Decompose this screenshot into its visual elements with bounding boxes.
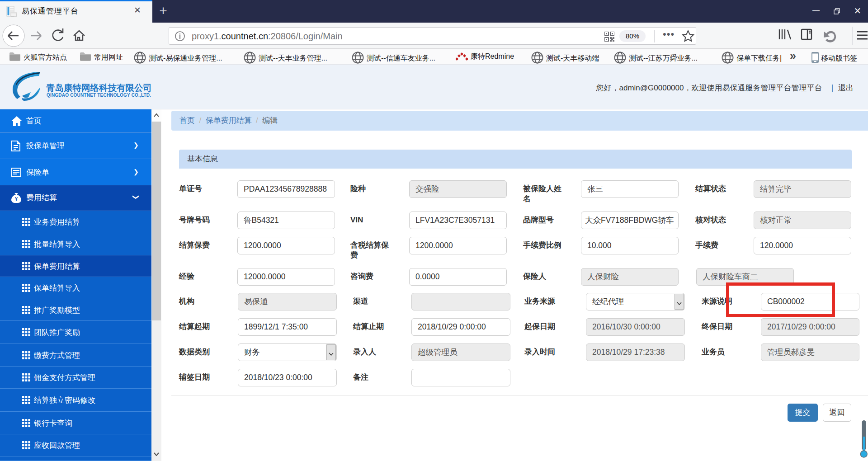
- svg-text:¥: ¥: [15, 196, 18, 202]
